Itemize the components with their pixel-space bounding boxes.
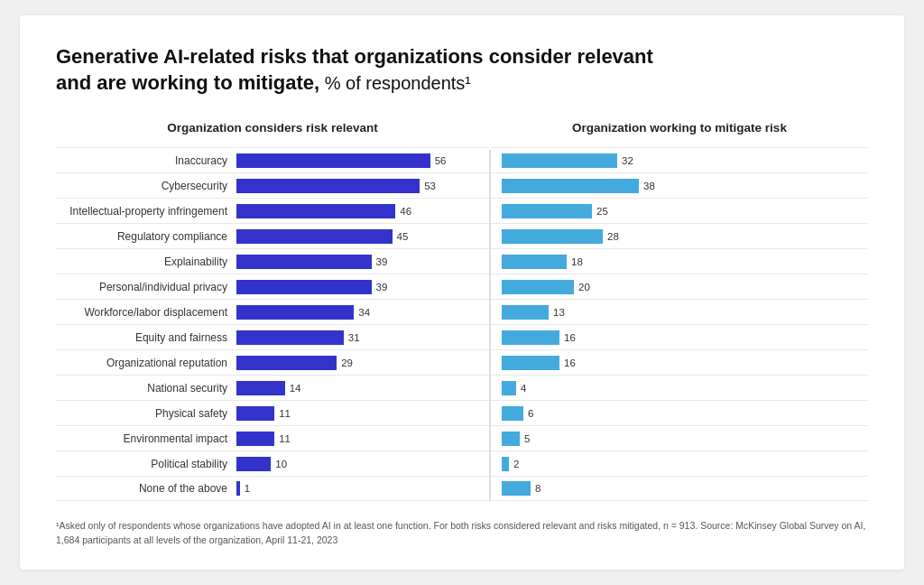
right-bar <box>502 204 592 218</box>
left-bar <box>236 356 337 370</box>
left-bar-value: 53 <box>424 181 436 191</box>
left-bar <box>236 330 344 345</box>
left-bar-container: 45 <box>236 229 489 244</box>
left-bar-value: 39 <box>376 256 388 267</box>
chart-title: Generative AI-related risks that organiz… <box>56 44 868 96</box>
row-label: Physical safety <box>56 407 236 420</box>
right-row: 20 <box>491 274 868 299</box>
right-bar-container: 4 <box>502 381 526 395</box>
left-bar-container: 14 <box>236 381 489 395</box>
right-row: 16 <box>491 349 868 375</box>
left-row: Physical safety11 <box>56 400 489 425</box>
footnote: ¹Asked only of respondents whose organiz… <box>56 519 868 548</box>
right-bar <box>502 457 509 471</box>
left-bar <box>236 153 430 168</box>
right-bar-value: 5 <box>524 433 530 444</box>
right-row: 4 <box>491 375 868 400</box>
right-bar <box>502 381 516 395</box>
right-row: 13 <box>491 299 868 324</box>
left-bar-container: 31 <box>236 330 489 345</box>
right-bar-value: 13 <box>553 307 565 318</box>
right-bar <box>502 255 567 269</box>
right-row: 5 <box>491 425 868 450</box>
left-bar-container: 11 <box>236 432 489 446</box>
right-section-label: Organization working to mitigate risk <box>491 121 868 135</box>
right-row: 25 <box>491 198 868 223</box>
left-bar-value: 1 <box>245 483 250 494</box>
left-bar <box>236 406 274 421</box>
left-bar-value: 11 <box>279 433 291 444</box>
left-rows: Inaccuracy56Cybersecurity53Intellectual-… <box>56 147 489 501</box>
left-bar-container: 39 <box>236 280 489 294</box>
left-bar <box>236 204 395 218</box>
row-label: Explainability <box>56 255 236 268</box>
right-bar-value: 28 <box>607 231 619 242</box>
left-bar <box>236 305 354 320</box>
left-row: None of the above1 <box>56 476 489 501</box>
right-bar <box>502 406 523 421</box>
left-row: Personal/individual privacy39 <box>56 274 489 299</box>
left-row: Regulatory compliance45 <box>56 223 489 248</box>
right-bar-value: 38 <box>643 181 655 191</box>
right-bar <box>502 153 617 168</box>
left-row: Political stability10 <box>56 450 489 476</box>
right-row: 6 <box>491 400 868 425</box>
left-bar-container: 1 <box>236 481 489 496</box>
left-row: Explainability39 <box>56 248 489 274</box>
row-label: Workforce/labor displacement <box>56 306 236 319</box>
left-bar <box>236 432 274 446</box>
right-bar-container: 32 <box>502 153 633 168</box>
row-label: National security <box>56 382 236 395</box>
row-label: Equity and fairness <box>56 331 236 344</box>
right-bar-value: 6 <box>528 408 533 419</box>
row-label: Intellectual-property infringement <box>56 205 236 218</box>
right-bar <box>502 280 574 294</box>
right-row: 32 <box>491 147 868 172</box>
left-bar-container: 53 <box>236 179 489 193</box>
right-bar-value: 16 <box>564 332 576 343</box>
left-bar <box>236 457 271 471</box>
left-bar-value: 14 <box>290 383 301 394</box>
left-section-label: Organization considers risk relevant <box>56 121 489 135</box>
left-bar-value: 11 <box>279 408 291 419</box>
left-bar <box>236 229 393 244</box>
left-bar-value: 29 <box>341 358 353 368</box>
right-row: 18 <box>491 248 868 274</box>
left-bar-value: 46 <box>400 206 411 217</box>
left-row: Environmental impact11 <box>56 425 489 450</box>
right-section: Organization working to mitigate risk 32… <box>491 121 868 501</box>
row-label: None of the above <box>56 482 236 495</box>
right-bar-container: 38 <box>502 179 655 193</box>
right-bar-container: 6 <box>502 406 533 421</box>
left-bar <box>236 481 240 496</box>
right-bar-value: 20 <box>578 282 590 292</box>
right-bar-container: 18 <box>502 255 583 269</box>
left-row: Inaccuracy56 <box>56 147 489 172</box>
chart-card: Generative AI-related risks that organiz… <box>20 15 904 570</box>
right-bar-container: 5 <box>502 432 530 446</box>
right-bar-value: 16 <box>564 358 576 368</box>
right-bar <box>502 330 559 345</box>
left-bar-container: 56 <box>236 153 489 168</box>
left-bar <box>236 255 372 269</box>
row-label: Environmental impact <box>56 432 236 445</box>
left-bar <box>236 381 285 395</box>
row-label: Cybersecurity <box>56 180 236 192</box>
right-row: 8 <box>491 476 868 501</box>
row-label: Political stability <box>56 458 236 470</box>
right-bar-value: 32 <box>622 155 633 166</box>
right-bar-container: 16 <box>502 356 576 370</box>
left-bar-value: 45 <box>397 231 409 242</box>
right-bar-container: 8 <box>502 481 541 496</box>
left-row: Cybersecurity53 <box>56 172 489 198</box>
right-row: 28 <box>491 223 868 248</box>
right-bar-value: 8 <box>535 483 541 494</box>
row-label: Organizational reputation <box>56 357 236 369</box>
row-label: Personal/individual privacy <box>56 281 236 293</box>
right-row: 2 <box>491 450 868 476</box>
row-label: Inaccuracy <box>56 154 236 167</box>
left-bar-value: 34 <box>358 307 370 318</box>
right-bar-container: 28 <box>502 229 619 244</box>
right-row: 38 <box>491 172 868 198</box>
right-bar-container: 16 <box>502 330 576 345</box>
